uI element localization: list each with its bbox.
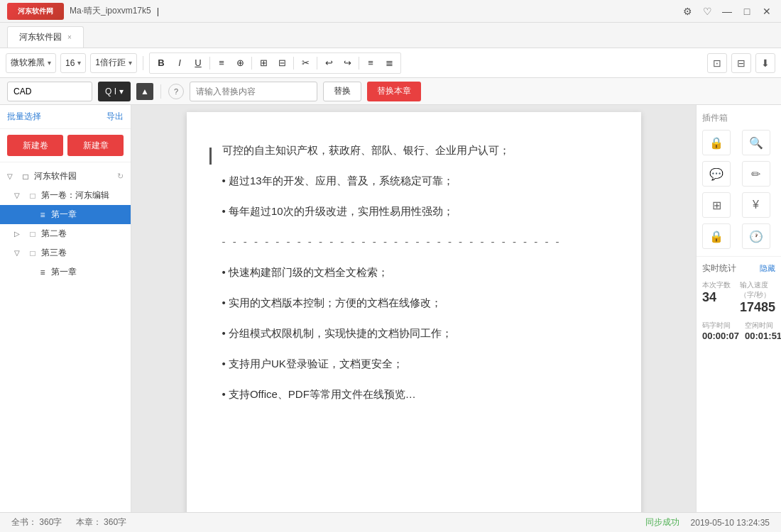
- tree-vol1-label: 第一卷：河东编辑: [41, 189, 109, 201]
- table-button[interactable]: ⊞: [255, 55, 272, 72]
- rt-icon-3[interactable]: ⬇: [755, 53, 775, 73]
- typing-time-value: 00:00:07: [702, 331, 739, 341]
- total-words-label: 全书：: [11, 517, 37, 527]
- typing-speed-value: 17485: [740, 300, 775, 315]
- para-5: • 实用的文档版本控制；方便的文档在线修改；: [222, 293, 606, 312]
- tree-item-label: 河东软件园: [34, 170, 77, 182]
- word-count-label: 本次字数: [702, 280, 734, 290]
- tree-vol3-icon: □: [27, 248, 38, 259]
- table2-button[interactable]: ⊟: [273, 55, 290, 72]
- tab-close-button[interactable]: ×: [67, 33, 72, 41]
- settings-button[interactable]: ⚙: [680, 4, 694, 18]
- minimize-button[interactable]: —: [720, 4, 734, 18]
- rp-clock-icon[interactable]: 🕐: [742, 223, 770, 249]
- search-button-label: Q I: [105, 87, 116, 96]
- sidebar-header: 批量选择 导出: [0, 105, 131, 129]
- align-button[interactable]: ≡: [362, 55, 379, 72]
- font-size-value: 16: [65, 58, 75, 68]
- batch-select-link[interactable]: 批量选择: [7, 111, 41, 123]
- search-format-button[interactable]: ⊕: [231, 55, 248, 72]
- line-height-select[interactable]: 1倍行距 ▾: [90, 53, 137, 73]
- rp-lock2-icon[interactable]: 🔒: [702, 223, 731, 249]
- tree-item-vol3[interactable]: ▽ □ 第三卷: [0, 243, 131, 262]
- search-button[interactable]: Q I ▾: [98, 82, 131, 101]
- underline-button[interactable]: U: [190, 55, 207, 72]
- tree-vol1-icon: □: [27, 190, 38, 201]
- tree-item-ch1[interactable]: ≡ 第一章: [0, 205, 131, 224]
- tree-item-vol2[interactable]: ▷ □ 第二卷: [0, 224, 131, 243]
- tree-item-ch3-1[interactable]: ≡ 第一章: [0, 262, 131, 282]
- sync-status: 同步成功: [645, 516, 679, 528]
- rt-icon-1[interactable]: ⊡: [707, 53, 727, 73]
- stats-hide-button[interactable]: 隐藏: [760, 263, 775, 274]
- list-button[interactable]: ≡: [213, 55, 230, 72]
- typing-speed-label: 输入速度（字/秒）: [740, 280, 775, 300]
- undo-button[interactable]: ↩: [320, 55, 337, 72]
- share-button[interactable]: ♡: [700, 4, 714, 18]
- font-family-select[interactable]: 微软雅黑 ▾: [6, 53, 56, 73]
- idle-time-value: 00:01:51: [745, 331, 781, 341]
- editor-content[interactable]: 可控的自主知识产权，获政府、部队、银行、企业用户认可； • 超过13年的开发、应…: [222, 140, 606, 404]
- window-controls: ⚙ ♡ — □ ✕: [680, 4, 774, 18]
- font-family-value: 微软雅黑: [11, 57, 45, 69]
- font-size-arrow: ▾: [77, 59, 81, 67]
- tree-ch1-icon: ≡: [37, 209, 48, 221]
- tree-vol3-label: 第三卷: [41, 247, 67, 259]
- sync-icon[interactable]: ↻: [117, 172, 124, 181]
- search-help-button[interactable]: ?: [168, 84, 184, 99]
- new-book-button[interactable]: 新建卷: [7, 135, 63, 156]
- replace-button[interactable]: 替换: [323, 82, 361, 101]
- redo-button[interactable]: ↪: [339, 55, 356, 72]
- para-0: 可控的自主知识产权，获政府、部队、银行、企业用户认可；: [222, 140, 606, 160]
- rp-money-icon[interactable]: ¥: [742, 192, 770, 218]
- replace-button-label: 替换: [334, 86, 351, 96]
- stats-grid-2: 码字时间 00:00:07 空闲时间 00:01:51: [702, 321, 775, 341]
- search-divider: [160, 84, 161, 99]
- word-count-box: 本次字数 34: [702, 280, 734, 315]
- para-4: • 快速构建部门级的文档全文检索；: [222, 262, 606, 282]
- maximize-button[interactable]: □: [740, 4, 754, 18]
- new-chapter-button[interactable]: 新建章: [67, 135, 124, 156]
- status-right: 同步成功 2019-05-10 13:24:35: [645, 516, 770, 528]
- export-link[interactable]: 导出: [106, 111, 124, 123]
- search-input[interactable]: [7, 82, 92, 101]
- toolbar-divider: [143, 56, 143, 70]
- tree-item-root[interactable]: ▽ □ 河东软件园 ↻: [0, 167, 131, 186]
- tree-ch3-1-icon: ≡: [37, 267, 48, 278]
- rp-edit-icon[interactable]: ✏: [742, 161, 770, 187]
- rp-chat-icon[interactable]: 💬: [702, 161, 731, 187]
- chapter-words-value: 360字: [104, 517, 126, 527]
- idle-time-label: 空闲时间: [745, 321, 781, 331]
- indent-button[interactable]: ≣: [381, 55, 398, 72]
- search-nav-up[interactable]: ▲: [136, 83, 153, 100]
- tree-expand-vol2: ▷: [14, 230, 24, 238]
- fmt-sep4: [317, 57, 317, 70]
- fmt-sep3: [293, 57, 294, 70]
- tab-item[interactable]: 河东软件园 ×: [7, 26, 84, 48]
- tree-ch3-1-label: 第一章: [51, 266, 77, 278]
- rt-icon-2[interactable]: ⊟: [731, 53, 751, 73]
- title-separator: |: [157, 6, 159, 16]
- close-button[interactable]: ✕: [760, 4, 774, 18]
- fmt-sep1: [209, 57, 210, 70]
- rp-lock-icon[interactable]: 🔒: [702, 130, 731, 155]
- tree-item-vol1[interactable]: ▽ □ 第一卷：河东编辑: [0, 186, 131, 205]
- component-icons-grid: 🔒 🔍 💬 ✏ ⊞ ¥ 🔒 🕐: [702, 130, 775, 249]
- para-2: • 每年超过10次的升级改进，实用性易用性强劲；: [222, 201, 606, 221]
- right-panel: 插件箱 🔒 🔍 💬 ✏ ⊞ ¥ 🔒 🕐 实时统计 隐藏 本次字数 34: [696, 105, 781, 512]
- rp-search-icon[interactable]: 🔍: [742, 130, 770, 155]
- editor-page[interactable]: 可控的自主知识产权，获政府、部队、银行、企业用户认可； • 超过13年的开发、应…: [187, 112, 641, 512]
- replace-all-button[interactable]: 替换本章: [367, 82, 421, 101]
- font-size-select[interactable]: 16 ▾: [60, 53, 86, 73]
- para-6: • 分组模式权限机制，实现快捷的文档协同工作；: [222, 323, 606, 343]
- tree-vol2-icon: □: [27, 228, 38, 240]
- rp-table-icon[interactable]: ⊞: [702, 192, 731, 218]
- scissors-button[interactable]: ✂: [297, 55, 314, 72]
- bold-button[interactable]: B: [153, 55, 170, 72]
- tree-ch1-label: 第一章: [51, 209, 77, 221]
- fmt-sep5: [359, 57, 359, 70]
- tree-vol2-label: 第二卷: [41, 228, 67, 240]
- para-7: • 支持用户UK登录验证，文档更安全；: [222, 354, 606, 373]
- replace-input[interactable]: [190, 82, 317, 101]
- italic-button[interactable]: I: [171, 55, 188, 72]
